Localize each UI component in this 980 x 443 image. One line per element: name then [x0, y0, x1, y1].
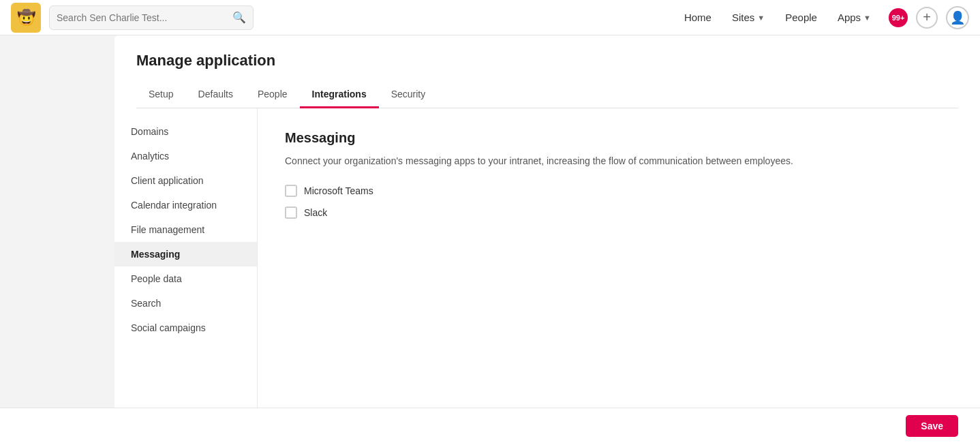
content-area: Manage application Setup Defaults People…: [114, 35, 980, 443]
save-button[interactable]: Save: [906, 415, 958, 437]
user-avatar[interactable]: 👤: [946, 6, 969, 29]
leftnav-domains[interactable]: Domains: [114, 119, 257, 144]
main-panel: Messaging Connect your organization's me…: [258, 108, 980, 443]
page-footer: Save: [0, 408, 980, 443]
messaging-title: Messaging: [285, 130, 953, 146]
leftnav-calendar-integration[interactable]: Calendar integration: [114, 193, 257, 217]
search-input[interactable]: [57, 12, 228, 23]
sidebar: [0, 35, 114, 443]
tab-defaults[interactable]: Defaults: [186, 82, 245, 108]
page-title: Manage application: [136, 52, 958, 70]
topnav-sites[interactable]: Sites ▼: [724, 7, 773, 27]
topnav-apps[interactable]: Apps ▼: [829, 7, 879, 27]
add-button[interactable]: +: [916, 7, 938, 29]
leftnav: Domains Analytics Client application Cal…: [114, 108, 258, 443]
tab-integrations[interactable]: Integrations: [300, 82, 379, 108]
chevron-down-icon: ▼: [757, 14, 765, 22]
microsoft-teams-checkbox[interactable]: [285, 185, 297, 197]
topnav-people[interactable]: People: [777, 7, 825, 27]
topnav: 🤠 🔍 Home Sites ▼ People Apps ▼ 99+ + 👤: [0, 0, 980, 35]
microsoft-teams-row: Microsoft Teams: [285, 185, 953, 197]
tabs: Setup Defaults People Integrations Secur…: [136, 82, 958, 108]
tab-security[interactable]: Security: [379, 82, 438, 108]
plus-icon: +: [923, 10, 931, 25]
chevron-down-icon: ▼: [863, 14, 871, 22]
leftnav-search[interactable]: Search: [114, 291, 257, 316]
microsoft-teams-label: Microsoft Teams: [304, 185, 373, 196]
leftnav-messaging[interactable]: Messaging: [114, 242, 257, 266]
inner-layout: Domains Analytics Client application Cal…: [114, 108, 980, 443]
logo[interactable]: 🤠: [11, 3, 41, 33]
leftnav-people-data[interactable]: People data: [114, 266, 257, 291]
leftnav-client-application[interactable]: Client application: [114, 168, 257, 193]
topnav-links: Home Sites ▼ People Apps ▼ 99+ + 👤: [676, 6, 969, 29]
avatar-icon: 👤: [950, 10, 965, 25]
slack-row: Slack: [285, 207, 953, 219]
topnav-home[interactable]: Home: [676, 7, 720, 27]
search-bar[interactable]: 🔍: [49, 5, 254, 30]
notification-badge[interactable]: 99+: [889, 8, 908, 27]
slack-checkbox[interactable]: [285, 207, 297, 219]
tab-people[interactable]: People: [245, 82, 300, 108]
search-icon: 🔍: [232, 11, 246, 24]
leftnav-social-campaigns[interactable]: Social campaigns: [114, 316, 257, 340]
leftnav-file-management[interactable]: File management: [114, 217, 257, 242]
tab-setup[interactable]: Setup: [136, 82, 186, 108]
leftnav-analytics[interactable]: Analytics: [114, 144, 257, 168]
messaging-description: Connect your organization's messaging ap…: [285, 154, 953, 168]
slack-label: Slack: [304, 207, 327, 218]
page-wrapper: Manage application Setup Defaults People…: [0, 35, 980, 443]
page-header: Manage application Setup Defaults People…: [114, 35, 980, 108]
